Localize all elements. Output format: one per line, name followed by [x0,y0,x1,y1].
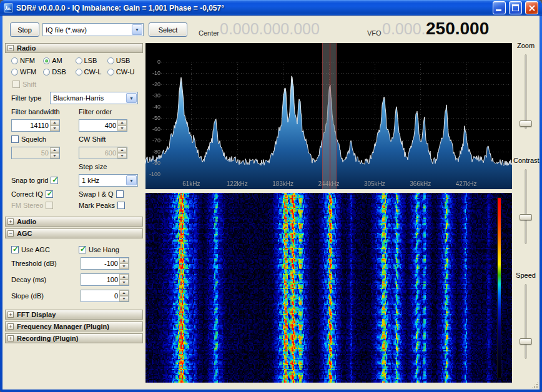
db-axis-label: -30 [147,92,160,99]
freq-axis-label: 427kHz [456,180,477,187]
db-axis-label: -100 [147,171,160,177]
correct-iq-checkbox[interactable]: Correct IQ ✓ [11,190,75,198]
panel-header-frequency-manager-plugin-[interactable]: +Frequency Manager (Plugin) [5,321,143,331]
speed-slider-thumb[interactable] [520,338,532,345]
waterfall-canvas[interactable] [145,193,512,383]
spin-up-icon[interactable]: ▲ [119,274,129,280]
freq-axis-label: 61kHz [182,180,200,187]
spin-down-icon[interactable]: ▼ [119,280,129,285]
db-axis-label: -70 [147,137,160,144]
spin-down-icon[interactable]: ▼ [50,125,59,131]
source-select[interactable]: IQ file (*.wav) ▼ [42,23,144,36]
chevron-down-icon[interactable]: ▼ [126,93,137,103]
spin-up-icon[interactable]: ▲ [50,120,59,125]
audio-panel-header[interactable]: + Audio [5,217,143,227]
app-window: SDR# v0.0.0.0 - IQ Imbalance: Gain = 1,0… [0,0,542,392]
spin-down-icon: ▼ [50,153,59,159]
checkbox-icon: ✓ [12,81,20,88]
vfo-frequency-dim-digits[interactable]: 0.000. [382,20,426,38]
mark-peaks-checkbox[interactable]: Mark Peaks ✓ [79,202,138,209]
demodulation-mode-group: NFMAMLSBUSBWFMDSBCW-LCW-U [11,57,138,76]
tuned-frequency-line[interactable] [330,43,330,189]
spin-down-icon[interactable]: ▼ [119,296,129,301]
snap-to-grid-checkbox[interactable]: Snap to grid ✓ [11,177,75,184]
chevron-down-icon[interactable]: ▼ [126,175,137,185]
waterfall-color-scale [497,197,501,378]
db-axis-label: 0 [147,59,160,65]
select-button[interactable]: Select [149,22,187,37]
spin-up-icon[interactable]: ▲ [119,258,129,263]
speed-slider[interactable] [518,283,533,360]
audio-toggle[interactable]: + [7,218,14,225]
chevron-down-icon[interactable]: ▼ [132,24,142,35]
spin-up-icon: ▲ [117,147,127,153]
step-size-select[interactable]: 1 kHz ▼ [79,174,138,187]
cw-shift-input: 600 ▲▼ [79,147,127,159]
agc-toggle[interactable]: − [7,230,14,237]
threshold-input[interactable]: -100 ▲▼ [81,257,129,270]
center-frequency-display[interactable]: 0.000.000.000 [220,20,320,38]
panel-title: Frequency Manager (Plugin) [17,323,109,330]
mode-radio-cw-u[interactable]: CW-U [107,68,138,76]
mode-radio-am[interactable]: AM [43,57,74,64]
zoom-slider[interactable] [518,53,533,130]
decay-label: Decay (ms) [11,276,81,283]
filter-type-label: Filter type [11,94,50,102]
radio-panel: − Radio NFMAMLSBUSBWFMDSBCW-LCW-U ✓ Shif… [5,43,143,215]
slider-track [525,284,527,359]
spin-up-icon: ▲ [50,147,59,153]
mode-radio-usb[interactable]: USB [107,57,138,64]
zoom-label: Zoom [513,42,538,49]
agc-panel: − AGC ✓ Use AGC ✓ Use Hang [5,228,143,308]
mode-radio-nfm[interactable]: NFM [11,57,42,64]
expand-icon[interactable]: + [7,323,14,330]
spin-up-icon[interactable]: ▲ [119,290,129,296]
maximize-icon [512,4,519,11]
expand-icon[interactable]: + [7,311,14,318]
squelch-checkbox[interactable]: ✓ Squelch [11,135,75,143]
minimize-button[interactable] [493,1,506,14]
panel-title: Audio [17,218,36,225]
filter-order-input[interactable]: 400 ▲▼ [79,119,127,132]
maximize-button[interactable] [509,1,522,14]
contrast-slider[interactable] [518,168,533,245]
close-button[interactable] [525,1,538,14]
db-axis-label: -80 [147,149,160,155]
panel-title: FFT Display [17,311,56,318]
tuned-frequency-line[interactable] [330,193,330,383]
filter-type-select[interactable]: Blackman-Harris ▼ [50,92,138,104]
stop-button[interactable]: Stop [10,22,39,37]
mode-radio-dsb[interactable]: DSB [43,68,74,76]
filter-order-label: Filter order [79,108,138,115]
slope-input[interactable]: 0 ▲▼ [81,290,129,302]
mode-radio-lsb[interactable]: LSB [76,57,106,64]
radio-toggle[interactable]: − [7,45,14,51]
swap-iq-checkbox[interactable]: Swap I & Q ✓ [79,190,138,198]
vfo-label: VFO [367,29,382,37]
spin-down-icon[interactable]: ▼ [117,125,127,131]
waterfall-display[interactable] [145,193,512,383]
expand-icon[interactable]: + [7,335,14,341]
contrast-slider-thumb[interactable] [520,214,532,220]
agc-panel-header[interactable]: − AGC [5,228,143,238]
use-hang-checkbox[interactable]: ✓ Use Hang [79,246,138,253]
mode-radio-cw-l[interactable]: CW-L [76,68,106,76]
panel-header-fft-display[interactable]: +FFT Display [5,310,143,320]
radio-panel-header[interactable]: − Radio [5,43,143,53]
freq-axis-label: 122kHz [227,180,248,187]
mode-radio-wfm[interactable]: WFM [11,68,42,76]
spectrum-analyzer[interactable]: 0-10-20-30-40-50-60-70-80-90-100 61kHz12… [145,43,512,189]
decay-input[interactable]: 100 ▲▼ [81,273,129,286]
use-agc-checkbox[interactable]: ✓ Use AGC [11,246,75,253]
spin-up-icon[interactable]: ▲ [117,120,127,125]
spin-down-icon[interactable]: ▼ [119,263,129,269]
zoom-slider-thumb[interactable] [520,120,532,127]
panel-header-recording-plugin-[interactable]: +Recording (Plugin) [5,333,143,343]
title-bar[interactable]: SDR# v0.0.0.0 - IQ Imbalance: Gain = 1,0… [0,0,542,16]
vfo-frequency-display[interactable]: 250.000 [426,19,489,39]
db-axis-label: -90 [147,160,160,166]
radio-icon [107,57,114,64]
checkbox-icon: ✓ [46,190,53,198]
filter-bandwidth-input[interactable]: 14110 ▲▼ [11,119,60,132]
audio-panel: + Audio [5,217,143,227]
